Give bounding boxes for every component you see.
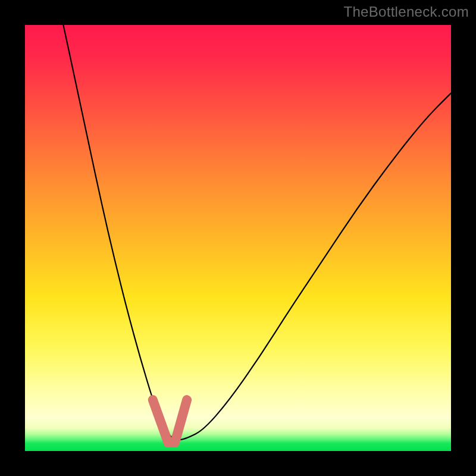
valley-marker-path bbox=[153, 400, 187, 443]
chart-frame: TheBottleneck.com bbox=[0, 0, 476, 476]
curve-layer bbox=[25, 25, 451, 451]
watermark-text: TheBottleneck.com bbox=[343, 4, 469, 20]
plot-area bbox=[25, 25, 451, 451]
bottleneck-curve-path bbox=[63, 25, 451, 440]
